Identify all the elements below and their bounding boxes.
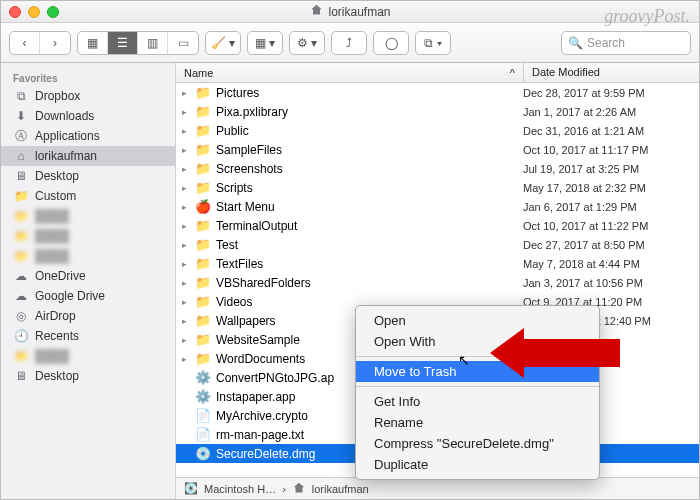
sidebar-item-AirDrop[interactable]: ◎AirDrop [1,306,175,326]
search-placeholder: Search [587,36,625,50]
file-row[interactable]: ▸📁Pixa.pxlibraryJan 1, 2017 at 2:26 AM [176,102,699,121]
column-name[interactable]: Name ^ [176,63,524,82]
sidebar-item-Desktop[interactable]: 🖥Desktop [1,166,175,186]
close-icon[interactable] [9,6,21,18]
disclosure-icon: ▸ [182,240,190,250]
disclosure-icon: ▸ [182,221,190,231]
apps-icon: Ⓐ [13,129,29,143]
view-gallery-button[interactable]: ▭ [168,32,198,54]
menu-item-open[interactable]: Open [356,310,599,331]
sidebar-item-blurred[interactable]: 📁████ [1,346,175,366]
file-row[interactable]: ▸📁VBSharedFoldersJan 3, 2017 at 10:56 PM [176,273,699,292]
search-input[interactable]: 🔍 Search [561,31,691,55]
desktop-icon: 🖥 [13,169,29,183]
action-button[interactable]: ⚙ ▾ [290,32,324,54]
dropbox-icon: ⧉ [13,89,29,103]
hazel-button[interactable]: 🧹 ▾ [206,32,240,54]
disclosure-icon: ▸ [182,354,190,364]
file-name: SampleFiles [216,143,518,157]
menu-item-label: Get Info [374,394,420,409]
downloads-icon: ⬇ [13,109,29,123]
sidebar-item-Google Drive[interactable]: ☁Google Drive [1,286,175,306]
sidebar-item-label: Dropbox [35,89,80,103]
window-title: lorikaufman [309,3,390,20]
traffic-lights [9,6,59,18]
sort-indicator: ^ [510,67,515,79]
view-list-button[interactable]: ☰ [108,32,138,54]
file-row[interactable]: ▸📁ScreenshotsJul 19, 2017 at 3:25 PM [176,159,699,178]
sidebar-item-label: OneDrive [35,269,86,283]
menu-separator [356,386,599,387]
path-bar[interactable]: 💽 Macintosh H… › lorikaufman [176,477,699,499]
zoom-icon[interactable] [47,6,59,18]
file-row[interactable]: ▸📁PicturesDec 28, 2017 at 9:59 PM [176,83,699,102]
disclosure-icon: ▸ [182,126,190,136]
path-item[interactable]: Macintosh H… [204,483,276,495]
file-row[interactable]: ▸📁TextFilesMay 7, 2018 at 4:44 PM [176,254,699,273]
sidebar-item-label: Downloads [35,109,94,123]
column-date[interactable]: Date Modified [524,63,699,82]
file-name: Scripts [216,181,518,195]
sidebar-item-blurred[interactable]: 📁████ [1,246,175,266]
file-row[interactable]: ▸📁ScriptsMay 17, 2018 at 2:32 PM [176,178,699,197]
sidebar-item-Custom[interactable]: 📁Custom [1,186,175,206]
minimize-icon[interactable] [28,6,40,18]
file-row[interactable]: ▸📁SampleFilesOct 10, 2017 at 11:17 PM [176,140,699,159]
disclosure-icon: ▸ [182,164,190,174]
sidebar-item-label: Google Drive [35,289,105,303]
file-name: Pictures [216,86,518,100]
menu-item-label: Move to Trash [374,364,456,379]
menu-item-get-info[interactable]: Get Info [356,391,599,412]
disclosure-icon: ▸ [182,297,190,307]
file-row[interactable]: ▸📁TestDec 27, 2017 at 8:50 PM [176,235,699,254]
menu-item-rename[interactable]: Rename [356,412,599,433]
arrange-button[interactable]: ▦ ▾ [248,32,282,54]
sidebar-item-OneDrive[interactable]: ☁OneDrive [1,266,175,286]
share-button[interactable]: ⤴ [332,32,366,54]
folder-icon: 📁 [13,229,29,243]
back-button[interactable]: ‹ [10,32,40,54]
file-row[interactable]: ▸📁PublicDec 31, 2016 at 1:21 AM [176,121,699,140]
file-date: Jan 6, 2017 at 1:29 PM [523,201,693,213]
sidebar-item-label: ████ [35,349,69,363]
cloud-icon: ☁ [13,289,29,303]
home-icon [309,3,323,20]
file-date: Jan 3, 2017 at 10:56 PM [523,277,693,289]
sidebar-item-Desktop[interactable]: 🖥Desktop [1,366,175,386]
file-date: Oct 10, 2017 at 11:22 PM [523,220,693,232]
sidebar-header: Favorites [1,69,175,86]
sidebar-item-Downloads[interactable]: ⬇Downloads [1,106,175,126]
path-item[interactable]: lorikaufman [312,483,369,495]
menu-item-compress-securedelete-dmg-[interactable]: Compress "SecureDelete.dmg" [356,433,599,454]
sidebar-item-Dropbox[interactable]: ⧉Dropbox [1,86,175,106]
sidebar-item-Applications[interactable]: ⒶApplications [1,126,175,146]
watermark: groovyPost. [604,6,690,27]
folder-icon: 📁 [13,189,29,203]
folder-icon: 📁 [13,209,29,223]
view-icon-button[interactable]: ▦ [78,32,108,54]
tags-button[interactable]: ◯ [374,32,408,54]
file-row[interactable]: ▸📁TerminalOutputOct 10, 2017 at 11:22 PM [176,216,699,235]
sidebar-item-label: ████ [35,249,69,263]
annotation-arrow [520,339,620,367]
desktop-icon: 🖥 [13,369,29,383]
sidebar-item-label: Custom [35,189,76,203]
sidebar-item-label: lorikaufman [35,149,97,163]
file-row[interactable]: ▸🍎Start MenuJan 6, 2017 at 1:29 PM [176,197,699,216]
forward-button[interactable]: › [40,32,70,54]
sidebar-item-lorikaufman[interactable]: ⌂lorikaufman [1,146,175,166]
dropbox-button[interactable]: ⧉ ▾ [416,32,450,54]
sidebar-item-label: Desktop [35,169,79,183]
disclosure-icon: ▸ [182,335,190,345]
file-date: Jan 1, 2017 at 2:26 AM [523,106,693,118]
view-column-button[interactable]: ▥ [138,32,168,54]
sidebar-item-blurred[interactable]: 📁████ [1,206,175,226]
menu-item-label: Rename [374,415,423,430]
file-date: Dec 27, 2017 at 8:50 PM [523,239,693,251]
menu-item-duplicate[interactable]: Duplicate [356,454,599,475]
cursor-icon: ↖ [458,352,470,368]
file-name: TerminalOutput [216,219,518,233]
sidebar-item-Recents[interactable]: 🕘Recents [1,326,175,346]
disclosure-icon: ▸ [182,183,190,193]
sidebar-item-blurred[interactable]: 📁████ [1,226,175,246]
